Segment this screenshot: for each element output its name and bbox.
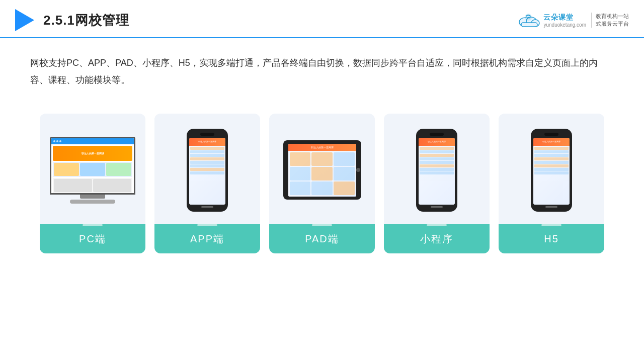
pc-device-mockup: 职达人的第一堂网课 xyxy=(47,137,138,204)
card-miniprogram-divider xyxy=(427,224,447,226)
description-text: 网校支持PC、APP、PAD、小程序、H5，实现多端打通，产品各终端自由切换，数… xyxy=(0,38,644,97)
card-pc-label-wrapper: PC端 xyxy=(40,224,145,253)
svg-rect-3 xyxy=(521,23,537,27)
card-pad: 职达人的第一堂网课 xyxy=(269,114,375,253)
pc-screen: 职达人的第一堂网课 xyxy=(50,137,135,195)
cloud-logo-icon xyxy=(516,12,540,28)
pad-tablet-screen: 职达人的第一堂网课 xyxy=(288,144,356,197)
pad-tablet-body: 职达人的第一堂网课 xyxy=(283,140,361,200)
card-pad-label-text: PAD端 xyxy=(305,232,339,246)
brand-text: 云朵课堂 yunduoketang.com xyxy=(543,13,586,28)
logo-triangle-icon xyxy=(15,9,34,31)
card-h5-label-text: H5 xyxy=(544,233,559,245)
brand-slogan-text: 教育机构一站 式服务云平台 xyxy=(591,13,629,28)
cards-container: 职达人的第一堂网课 xyxy=(0,102,644,263)
h5-phone-screen: 职达人的第一堂网课 xyxy=(533,138,570,205)
card-app-label-text: APP端 xyxy=(190,232,224,246)
pad-tablet-mockup: 职达人的第一堂网课 xyxy=(283,140,361,200)
card-pad-label: PAD端 xyxy=(269,224,375,253)
card-app-divider xyxy=(197,224,217,226)
card-app-image: 职达人的第一堂网课 xyxy=(154,114,260,224)
description-paragraph: 网校支持PC、APP、PAD、小程序、H5，实现多端打通，产品各终端自由切换，数… xyxy=(30,54,614,88)
h5-phone-body: 职达人的第一堂网课 xyxy=(531,129,572,212)
app-phone-body: 职达人的第一堂网课 xyxy=(187,129,228,212)
card-pad-label-wrapper: PAD端 xyxy=(269,224,375,253)
app-phone-mockup: 职达人的第一堂网课 xyxy=(185,129,230,212)
card-miniprogram-label: 小程序 xyxy=(384,224,490,253)
h5-phone-home xyxy=(545,206,557,208)
card-pc-divider xyxy=(83,224,103,226)
card-pad-image: 职达人的第一堂网课 xyxy=(269,114,375,224)
card-miniprogram-label-wrapper: 小程序 xyxy=(384,224,490,253)
brand-name-text: 云朵课堂 xyxy=(543,13,574,22)
page-title: 2.5.1网校管理 xyxy=(43,12,129,29)
card-h5-image: 职达人的第一堂网课 xyxy=(499,114,604,224)
card-h5-label: H5 xyxy=(499,224,604,253)
miniprogram-phone-body: 职达人的第一堂网课 xyxy=(416,129,457,212)
pad-home-button xyxy=(356,168,360,172)
card-pc-label: PC端 xyxy=(40,224,145,253)
card-app-label-wrapper: APP端 xyxy=(154,224,260,253)
header: 2.5.1网校管理 云朵课堂 yunduoketang.com 教育机构一站 式… xyxy=(0,0,644,38)
app-phone-home xyxy=(201,206,213,208)
header-left: 2.5.1网校管理 xyxy=(15,9,129,31)
brand-url-text: yunduoketang.com xyxy=(543,22,586,28)
card-miniprogram-label-text: 小程序 xyxy=(420,232,453,246)
card-pad-divider xyxy=(312,224,332,226)
card-pc-image: 职达人的第一堂网课 xyxy=(40,114,145,224)
h5-phone-mockup: 职达人的第一堂网课 xyxy=(529,129,574,212)
brand-logo: 云朵课堂 yunduoketang.com 教育机构一站 式服务云平台 xyxy=(516,12,629,28)
card-h5-label-wrapper: H5 xyxy=(499,224,604,253)
miniprogram-phone-mockup: 职达人的第一堂网课 xyxy=(414,129,459,212)
miniprogram-phone-home xyxy=(431,206,443,208)
app-phone-notch xyxy=(200,133,214,136)
app-phone-screen: 职达人的第一堂网课 xyxy=(189,138,225,205)
h5-phone-notch xyxy=(544,133,558,136)
card-h5-divider xyxy=(541,224,561,226)
miniprogram-phone-notch xyxy=(430,133,444,136)
card-app-label: APP端 xyxy=(154,224,260,253)
card-app: 职达人的第一堂网课 xyxy=(154,114,260,253)
card-pc-label-text: PC端 xyxy=(79,232,106,246)
card-miniprogram: 职达人的第一堂网课 xyxy=(384,114,490,253)
miniprogram-phone-screen: 职达人的第一堂网课 xyxy=(419,138,455,205)
card-pc: 职达人的第一堂网课 xyxy=(40,114,145,253)
card-miniprogram-image: 职达人的第一堂网课 xyxy=(384,114,490,224)
card-h5: 职达人的第一堂网课 xyxy=(499,114,604,253)
header-right: 云朵课堂 yunduoketang.com 教育机构一站 式服务云平台 xyxy=(516,12,629,28)
